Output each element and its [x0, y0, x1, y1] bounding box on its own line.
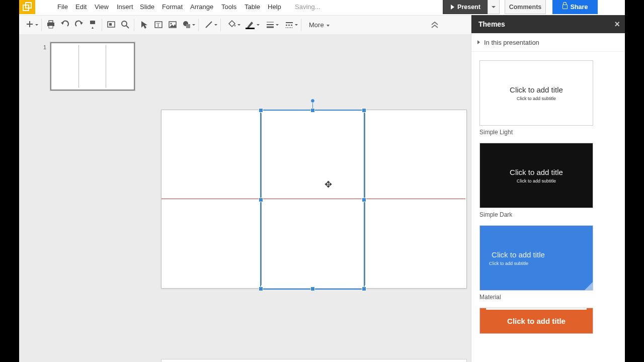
theme-preview-title: Click to add title — [492, 250, 545, 259]
slide-rail: 1 — [19, 34, 150, 362]
line-dash-icon[interactable] — [285, 20, 294, 29]
slide-thumbnail[interactable] — [50, 42, 135, 90]
svg-point-10 — [122, 21, 127, 26]
present-button[interactable]: Present — [443, 0, 489, 14]
menu-bar: File Edit View Insert Slide Format Arran… — [19, 0, 625, 15]
theme-preview-title: Click to add title — [510, 168, 563, 176]
canvas[interactable]: ✥ — [150, 34, 471, 362]
collapse-toolbar-icon[interactable] — [431, 22, 439, 31]
theme-preview-subtitle: Click to add subtitle — [517, 178, 556, 184]
theme-preview-title: Click to add title — [510, 85, 563, 94]
svg-rect-17 — [186, 24, 190, 28]
menu-tools[interactable]: Tools — [221, 3, 236, 11]
menu-slide[interactable]: Slide — [140, 3, 154, 11]
chevron-down-icon — [327, 25, 330, 27]
new-slide-icon[interactable] — [25, 20, 34, 29]
panel-header: Themes × — [471, 15, 625, 33]
resize-handle-tm[interactable] — [310, 108, 315, 113]
more-label: More — [309, 21, 324, 29]
theme-label: Simple Dark — [479, 211, 625, 218]
theme-preview-title: Click to add title — [507, 317, 566, 325]
svg-point-15 — [171, 23, 172, 25]
present-label: Present — [457, 4, 480, 11]
next-slide-edge — [161, 359, 467, 362]
line-weight-icon[interactable] — [266, 20, 275, 29]
print-icon[interactable] — [46, 20, 55, 29]
chevron-down-icon — [492, 6, 496, 8]
resize-handle-mr[interactable] — [362, 198, 366, 202]
resize-handle-ml[interactable] — [259, 198, 263, 202]
svg-rect-7 — [90, 21, 95, 24]
paint-format-icon[interactable] — [89, 20, 98, 29]
menu-file[interactable]: File — [57, 3, 68, 11]
menu-arrange[interactable]: Arrange — [190, 3, 213, 11]
menu-insert[interactable]: Insert — [117, 3, 133, 11]
fill-color-icon[interactable] — [227, 20, 236, 29]
theme-preview-subtitle: Click to add subtitle — [489, 261, 528, 266]
lock-icon — [562, 5, 568, 9]
menu-table[interactable]: Table — [245, 3, 260, 11]
theme-simple-dark[interactable]: Click to add titleClick to add subtitle … — [479, 143, 625, 218]
theme-material[interactable]: Click to add titleClick to add subtitle … — [479, 225, 625, 301]
close-icon[interactable]: × — [614, 19, 620, 30]
themes-panel: Themes × In this presentation Click to a… — [471, 15, 625, 362]
comments-label: Comments — [509, 4, 542, 11]
panel-subtitle: In this presentation — [484, 39, 539, 46]
svg-rect-9 — [109, 23, 112, 26]
app-logo[interactable] — [19, 0, 35, 14]
menu-format[interactable]: Format — [162, 3, 183, 11]
svg-text:T: T — [156, 22, 160, 28]
resize-handle-tl[interactable] — [259, 108, 263, 113]
menu-view[interactable]: View — [95, 3, 109, 11]
rotate-handle[interactable] — [310, 99, 315, 103]
menu-edit[interactable]: Edit — [75, 3, 87, 11]
save-status: Saving... — [295, 3, 320, 11]
play-icon — [451, 5, 454, 10]
line-color-icon[interactable] — [246, 20, 255, 29]
svg-line-11 — [126, 26, 129, 28]
redo-icon[interactable] — [74, 20, 84, 29]
theme-orange[interactable]: Click to add title — [479, 308, 625, 334]
share-label: Share — [571, 4, 588, 11]
toolbar-more[interactable]: More — [309, 21, 330, 29]
svg-rect-6 — [49, 26, 53, 28]
theme-label: Material — [479, 294, 625, 301]
zoom-fit-icon[interactable] — [107, 20, 116, 29]
slide-number: 1 — [43, 44, 46, 50]
resize-handle-bl[interactable] — [259, 287, 263, 291]
panel-section[interactable]: In this presentation — [471, 33, 625, 52]
textbox-icon[interactable]: T — [154, 20, 163, 29]
resize-handle-br[interactable] — [362, 287, 366, 291]
present-dropdown[interactable] — [488, 0, 500, 14]
svg-rect-5 — [49, 21, 53, 23]
undo-icon[interactable] — [60, 20, 69, 29]
select-icon[interactable] — [140, 20, 149, 29]
comments-button[interactable]: Comments — [505, 0, 546, 14]
panel-title: Themes — [478, 20, 505, 28]
share-button[interactable]: Share — [552, 0, 598, 14]
line-icon[interactable] — [204, 20, 213, 29]
menu-help[interactable]: Help — [268, 3, 281, 11]
zoom-icon[interactable] — [121, 20, 130, 29]
resize-handle-tr[interactable] — [362, 108, 366, 113]
svg-line-18 — [206, 22, 212, 28]
shape-icon[interactable] — [182, 20, 191, 29]
theme-simple-light[interactable]: Click to add titleClick to add subtitle … — [479, 60, 625, 136]
theme-label: Simple Light — [479, 129, 625, 136]
image-icon[interactable] — [168, 20, 177, 29]
selected-shape[interactable] — [260, 110, 365, 290]
resize-handle-bm[interactable] — [310, 287, 315, 291]
theme-preview-subtitle: Click to add subtitle — [517, 96, 556, 101]
chevron-right-icon — [477, 40, 480, 44]
